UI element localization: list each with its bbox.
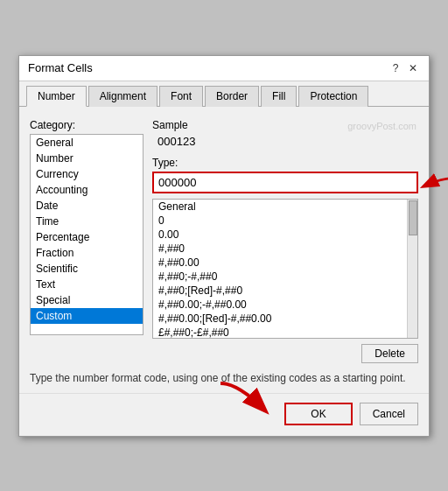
category-item-general[interactable]: General xyxy=(31,135,143,151)
format-item-hash0.00[interactable]: #,##0.00 xyxy=(153,256,417,270)
type-input-wrapper xyxy=(152,172,418,193)
category-item-accounting[interactable]: Accounting xyxy=(31,182,143,198)
main-area: Category: General Number Currency Accoun… xyxy=(30,119,418,363)
format-item-hash0.00-neg[interactable]: #,##0.00;-#,##0.00 xyxy=(153,298,417,312)
category-item-scientific[interactable]: Scientific xyxy=(31,261,143,277)
format-item-general[interactable]: General xyxy=(153,200,417,214)
category-item-custom[interactable]: Custom xyxy=(31,308,143,324)
dialog-title: Format Cells xyxy=(28,61,93,74)
format-item-0[interactable]: 0 xyxy=(153,214,417,228)
format-item-pound0[interactable]: £#,##0;-£#,##0 xyxy=(153,326,417,339)
category-item-currency[interactable]: Currency xyxy=(31,166,143,182)
format-item-0.00[interactable]: 0.00 xyxy=(153,228,417,242)
sample-section: Sample 000123 xyxy=(152,119,418,150)
format-item-hash0-neg[interactable]: #,##0;-#,##0 xyxy=(153,270,417,284)
category-item-special[interactable]: Special xyxy=(31,292,143,308)
help-button[interactable]: ? xyxy=(388,61,402,75)
cancel-button[interactable]: Cancel xyxy=(360,403,418,425)
type-input[interactable] xyxy=(152,172,418,193)
tab-bar: Number Alignment Font Border Fill Protec… xyxy=(19,81,429,107)
title-bar: Format Cells ? ✕ xyxy=(19,56,429,81)
delete-btn-row: Delete xyxy=(152,344,418,363)
tab-content: groovyPost.com Category: General Number … xyxy=(19,107,429,393)
description-text: Type the number format code, using one o… xyxy=(30,372,418,384)
right-panel: Sample 000123 Type: xyxy=(152,119,418,363)
sample-label: Sample xyxy=(152,119,418,131)
format-list-wrapper: General 0 0.00 #,##0 #,##0.00 #,##0;-#,#… xyxy=(152,199,418,339)
delete-button[interactable]: Delete xyxy=(361,344,418,363)
scrollbar[interactable] xyxy=(407,200,417,338)
tab-number[interactable]: Number xyxy=(26,86,87,107)
scrollbar-thumb[interactable] xyxy=(409,200,417,235)
category-label: Category: xyxy=(30,119,144,131)
category-item-text[interactable]: Text xyxy=(31,277,143,292)
tab-fill[interactable]: Fill xyxy=(261,86,297,107)
close-button[interactable]: ✕ xyxy=(406,61,420,75)
category-list[interactable]: General Number Currency Accounting Date … xyxy=(30,134,144,335)
category-item-time[interactable]: Time xyxy=(31,214,143,229)
category-item-date[interactable]: Date xyxy=(31,198,143,214)
tab-font[interactable]: Font xyxy=(159,86,203,107)
ok-button[interactable]: OK xyxy=(284,403,352,425)
sample-value: 000123 xyxy=(152,133,418,150)
format-list[interactable]: General 0 0.00 #,##0 #,##0.00 #,##0;-#,#… xyxy=(153,200,417,339)
category-item-number[interactable]: Number xyxy=(31,151,143,166)
arrow-type-icon xyxy=(414,173,448,200)
category-item-fraction[interactable]: Fraction xyxy=(31,245,143,261)
format-item-hash0[interactable]: #,##0 xyxy=(153,242,417,256)
format-item-hash0.00-red[interactable]: #,##0.00;[Red]-#,##0.00 xyxy=(153,312,417,326)
title-bar-controls: ? ✕ xyxy=(388,61,420,75)
tab-border[interactable]: Border xyxy=(205,86,259,107)
tab-alignment[interactable]: Alignment xyxy=(88,86,158,107)
format-cells-dialog: Format Cells ? ✕ Number Alignment Font B… xyxy=(18,55,430,437)
category-item-percentage[interactable]: Percentage xyxy=(31,229,143,245)
footer: OK Cancel xyxy=(19,393,429,436)
category-panel: Category: General Number Currency Accoun… xyxy=(30,119,144,363)
type-label: Type: xyxy=(152,157,418,169)
tab-protection[interactable]: Protection xyxy=(298,86,368,107)
format-item-hash0-red[interactable]: #,##0;[Red]-#,##0 xyxy=(153,284,417,298)
